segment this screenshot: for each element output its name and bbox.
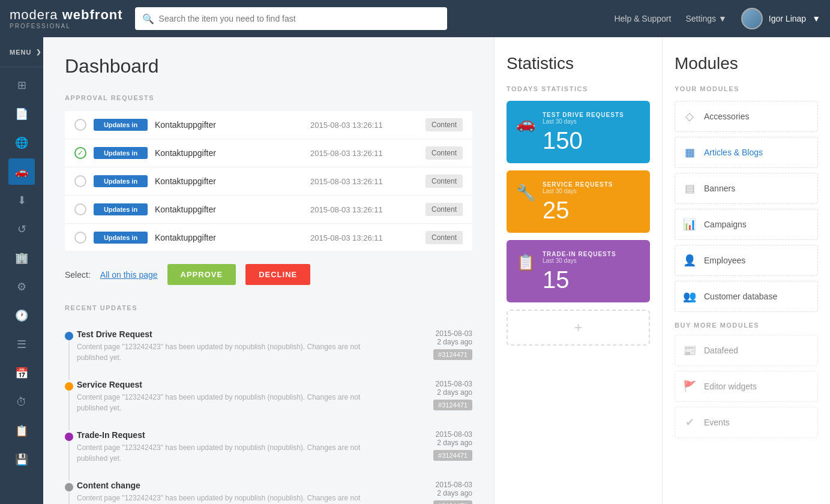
statistics-panel: Statistics TODAYS STATISTICS 🚗 TEST DRIV… xyxy=(494,37,662,504)
module-item-banners[interactable]: ▤ Banners xyxy=(675,173,818,204)
stat-info: TRADE-IN REQUESTS Last 30 days 15 xyxy=(543,251,640,292)
module-item-editor-widgets[interactable]: 🚩 Editor widgets xyxy=(675,371,818,402)
update-title: Content change xyxy=(77,481,391,490)
content-badge: Content xyxy=(426,175,463,188)
stat-number: 150 xyxy=(543,128,640,152)
module-name: Accessories xyxy=(704,112,749,121)
module-item-campaigns[interactable]: 📊 Campaigns xyxy=(675,209,818,240)
update-date: 2015-08-032 days ago xyxy=(400,329,472,346)
content-badge: Content xyxy=(426,203,463,216)
select-all-link[interactable]: All on this page xyxy=(100,270,158,280)
update-content: Content change Content page "123242423" … xyxy=(77,481,391,504)
sidebar-icon-building[interactable]: 🏢 xyxy=(8,245,35,271)
stat-card-test-drive: 🚗 TEST DRIVE REQUESTS Last 30 days 150 xyxy=(507,101,650,163)
update-id: #3124471 xyxy=(433,450,472,461)
sidebar-icon-gear[interactable]: ⚙ xyxy=(8,274,35,300)
content-badge: Content xyxy=(426,231,463,244)
datafeed-icon: 📰 xyxy=(682,344,697,357)
updates-badge: Updates in xyxy=(94,147,148,159)
stat-number: 25 xyxy=(543,198,640,222)
update-title: Service Request xyxy=(77,380,391,389)
module-item-accessories[interactable]: ◇ Accessories xyxy=(675,101,818,132)
sidebar-icon-clock[interactable]: 🕐 xyxy=(8,302,35,329)
chevron-down-icon: ▼ xyxy=(718,14,727,23)
update-desc: Content page "123242423" has been update… xyxy=(77,341,391,363)
sidebar: MENU ❯ ⊞ 📄 🌐 🚗 ⬇ ↺ 🏢 ⚙ 🕐 ☰ 📅 ⏱ 📋 💾 xyxy=(0,37,43,504)
logo: modera webfront professional xyxy=(10,8,123,29)
module-item-events[interactable]: ✔ Events xyxy=(675,407,818,438)
update-meta: 2015-08-032 days ago #3124471 xyxy=(400,481,472,504)
logo-text: modera webfront xyxy=(10,8,123,22)
update-date: 2015-08-032 days ago xyxy=(400,380,472,397)
approval-row: Updates in Kontaktuppgifter 2015-08-03 1… xyxy=(65,196,472,224)
buy-more-label: BUY MORE MODULES xyxy=(675,322,818,329)
avatar xyxy=(741,8,763,29)
sidebar-icon-download[interactable]: ⬇ xyxy=(8,187,35,214)
module-item-employees[interactable]: 👤 Employees xyxy=(675,245,818,276)
updates-badge: Updates in xyxy=(94,232,148,244)
editor-widgets-icon: 🚩 xyxy=(682,380,697,393)
menu-toggle[interactable]: MENU ❯ xyxy=(0,37,43,67)
update-line xyxy=(68,391,70,430)
radio-circle[interactable] xyxy=(74,119,86,131)
module-name: Campaigns xyxy=(704,220,747,229)
update-id: #3124471 xyxy=(433,400,472,410)
sidebar-icon-history[interactable]: ⏱ xyxy=(8,389,35,415)
sidebar-icon-car[interactable]: 🚗 xyxy=(8,158,35,185)
update-dot xyxy=(65,433,73,441)
accessories-icon: ◇ xyxy=(682,110,697,123)
update-date: 2015-08-032 days ago xyxy=(400,481,472,497)
approval-row: Updates in Kontaktuppgifter 2015-08-03 1… xyxy=(65,139,472,167)
stat-period: Last 30 days xyxy=(543,118,640,125)
search-input[interactable] xyxy=(159,14,440,23)
approval-name: Kontaktuppgifter xyxy=(155,205,303,214)
content-badge: Content xyxy=(426,118,463,131)
sidebar-icon-calendar[interactable]: 📅 xyxy=(8,360,35,386)
update-line xyxy=(68,491,70,504)
nav-right: Help & Support Settings ▼ Igor Linap ▼ xyxy=(614,8,820,29)
user-chevron-icon: ▼ xyxy=(812,14,820,23)
module-item-customer-database[interactable]: 👥 Customer database xyxy=(675,281,818,312)
search-bar[interactable]: 🔍 xyxy=(135,7,447,30)
sidebar-icon-document[interactable]: 📋 xyxy=(8,418,35,444)
module-item-articles-blogs[interactable]: ▦ Articles & Blogs xyxy=(675,137,818,168)
module-name: Editor widgets xyxy=(704,382,757,391)
module-item-datafeed[interactable]: 📰 Datafeed xyxy=(675,335,818,366)
settings-button[interactable]: Settings ▼ xyxy=(685,14,726,23)
approval-name: Kontaktuppgifter xyxy=(155,120,303,130)
user-menu[interactable]: Igor Linap ▼ xyxy=(741,8,820,29)
radio-circle[interactable] xyxy=(74,175,86,187)
update-content: Trade-In Request Content page "123242423… xyxy=(77,430,391,464)
update-dot xyxy=(65,382,73,391)
approval-date: 2015-08-03 13:26:11 xyxy=(310,149,418,158)
radio-circle-checked[interactable] xyxy=(74,147,86,159)
sidebar-icon-file[interactable]: 📄 xyxy=(8,101,35,127)
sidebar-icon-list[interactable]: ☰ xyxy=(8,331,35,358)
update-meta: 2015-08-032 days ago #3124471 xyxy=(400,380,472,410)
update-desc: Content page "123242423" has been update… xyxy=(77,392,391,413)
statistics-title: Statistics xyxy=(507,54,650,73)
stat-period: Last 30 days xyxy=(543,257,640,264)
stat-type: SERVICE REQUESTS xyxy=(543,181,640,188)
search-icon: 🔍 xyxy=(142,13,154,25)
approve-button[interactable]: APPROVE xyxy=(167,264,236,285)
module-name: Banners xyxy=(704,184,735,193)
add-stat-button[interactable]: + xyxy=(507,310,650,346)
radio-circle[interactable] xyxy=(74,232,86,244)
sidebar-icon-grid[interactable]: ⊞ xyxy=(8,72,35,98)
decline-button[interactable]: DECLINE xyxy=(245,264,310,285)
customer-db-icon: 👥 xyxy=(682,290,697,303)
your-modules-label: YOUR MODULES xyxy=(675,85,818,92)
employees-icon: 👤 xyxy=(682,254,697,267)
sidebar-icon-globe[interactable]: 🌐 xyxy=(8,130,35,156)
update-item: Test Drive Request Content page "1232424… xyxy=(77,321,472,371)
sidebar-icon-save[interactable]: 💾 xyxy=(8,446,35,473)
radio-circle[interactable] xyxy=(74,203,86,215)
approval-name: Kontaktuppgifter xyxy=(155,233,303,242)
approval-date: 2015-08-03 13:26:11 xyxy=(310,205,418,214)
menu-label: MENU xyxy=(10,49,31,56)
stat-period: Last 30 days xyxy=(543,188,640,194)
sidebar-icon-refresh[interactable]: ↺ xyxy=(8,216,35,242)
stat-info: SERVICE REQUESTS Last 30 days 25 xyxy=(543,181,640,222)
help-support-link[interactable]: Help & Support xyxy=(614,14,671,23)
